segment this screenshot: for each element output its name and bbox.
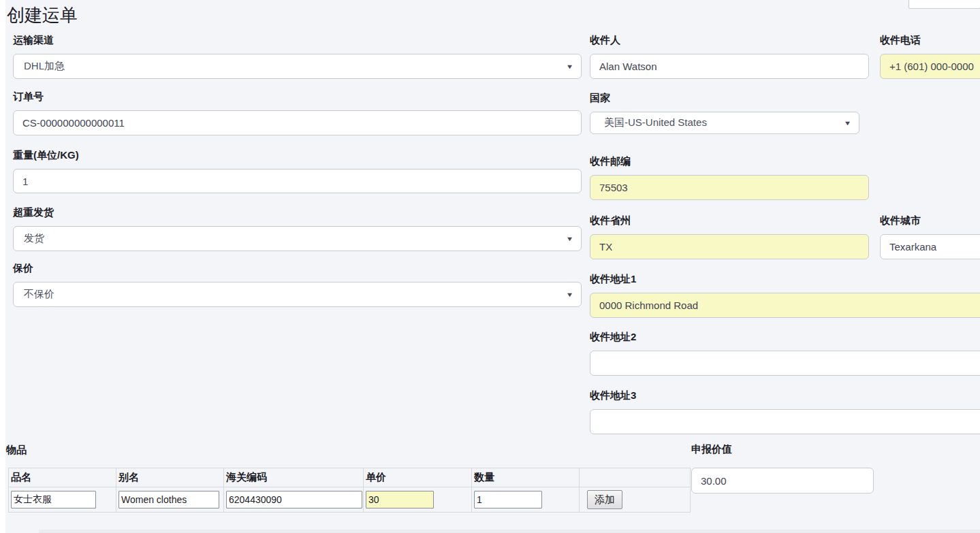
chevron-down-icon: ▼	[566, 63, 574, 70]
field-overweight: 超重发货 发货 ▼	[13, 207, 582, 251]
weight-label: 重量(单位/KG)	[13, 150, 582, 161]
item-unit-price-input[interactable]	[366, 491, 434, 508]
overweight-value: 发货	[24, 232, 44, 245]
col-header-quantity: 数量	[472, 468, 580, 487]
city-label: 收件城市	[880, 215, 980, 226]
add-item-button[interactable]: 添加	[587, 490, 622, 509]
address3-input[interactable]	[590, 409, 980, 434]
declared-value-input[interactable]	[691, 468, 874, 494]
field-transport-channel: 运输渠道 DHL加急 ▼	[13, 35, 582, 79]
field-country: 国家 美国-US-United States ▼	[590, 93, 859, 134]
field-zip: 收件邮编	[590, 156, 869, 200]
address1-label: 收件地址1	[590, 274, 980, 285]
field-weight: 重量(单位/KG)	[13, 150, 582, 193]
item-customs-code-input[interactable]	[226, 491, 362, 508]
insurance-select[interactable]: 不保价 ▼	[13, 282, 582, 307]
field-address3: 收件地址3	[590, 390, 980, 434]
chevron-down-icon: ▼	[566, 291, 574, 298]
item-alias-input[interactable]	[118, 491, 219, 508]
item-name-input[interactable]	[11, 491, 96, 508]
recipient-label: 收件人	[590, 35, 869, 46]
address2-input[interactable]	[590, 351, 980, 376]
order-number-input[interactable]	[13, 110, 582, 135]
field-phone: 收件电话	[880, 35, 980, 79]
page-title: 创建运单	[7, 3, 78, 27]
phone-label: 收件电话	[880, 35, 980, 46]
field-insurance: 保价 不保价 ▼	[13, 263, 582, 307]
left-margin-strip	[0, 0, 5, 533]
field-address1: 收件地址1	[590, 274, 980, 318]
items-table: 品名 别名 海关编码 单价 数量 添加	[8, 468, 691, 513]
insurance-value: 不保价	[24, 288, 54, 301]
order-number-label: 订单号	[13, 91, 582, 102]
address3-label: 收件地址3	[590, 390, 980, 401]
col-header-name: 品名	[9, 468, 116, 487]
overweight-label: 超重发货	[13, 207, 582, 218]
zip-input[interactable]	[590, 175, 869, 200]
recipient-input[interactable]	[590, 54, 869, 79]
col-header-alias: 别名	[116, 468, 224, 487]
field-address2: 收件地址2	[590, 332, 980, 376]
transport-channel-value: DHL加急	[24, 60, 65, 73]
col-header-customs-code: 海关编码	[224, 468, 364, 487]
state-input[interactable]	[590, 234, 869, 259]
items-section-label: 物品	[6, 444, 27, 457]
overweight-select[interactable]: 发货 ▼	[13, 226, 582, 251]
field-city: 收件城市	[880, 215, 980, 259]
chevron-down-icon: ▼	[566, 236, 574, 242]
field-state: 收件省州	[590, 215, 869, 259]
chevron-down-icon: ▼	[844, 120, 852, 127]
zip-label: 收件邮编	[590, 156, 869, 167]
insurance-label: 保价	[13, 263, 582, 274]
item-quantity-input[interactable]	[474, 491, 542, 508]
address2-label: 收件地址2	[590, 332, 980, 342]
weight-input[interactable]	[13, 169, 582, 193]
col-header-action	[580, 468, 691, 487]
country-value: 美国-US-United States	[604, 116, 707, 129]
address1-input[interactable]	[590, 293, 980, 318]
phone-input[interactable]	[880, 54, 980, 79]
declared-value-label: 申报价值	[691, 444, 874, 455]
field-recipient: 收件人	[590, 35, 869, 79]
country-label: 国家	[590, 93, 859, 103]
bottom-section-divider	[39, 530, 980, 533]
city-input[interactable]	[880, 234, 980, 259]
transport-channel-select[interactable]: DHL加急 ▼	[13, 54, 582, 79]
country-select[interactable]: 美国-US-United States ▼	[590, 112, 859, 134]
items-header-row: 品名 别名 海关编码 单价 数量	[9, 468, 691, 487]
state-label: 收件省州	[590, 215, 869, 226]
transport-channel-label: 运输渠道	[13, 35, 582, 46]
item-row: 添加	[9, 487, 691, 513]
col-header-unit-price: 单价	[364, 468, 472, 487]
field-declared-value: 申报价值	[691, 444, 874, 494]
create-waybill-page: { "page": { "title": "创建运单" }, "form": {…	[0, 0, 980, 533]
field-order-number: 订单号	[13, 91, 582, 135]
topright-cutoff-box	[908, 0, 980, 9]
